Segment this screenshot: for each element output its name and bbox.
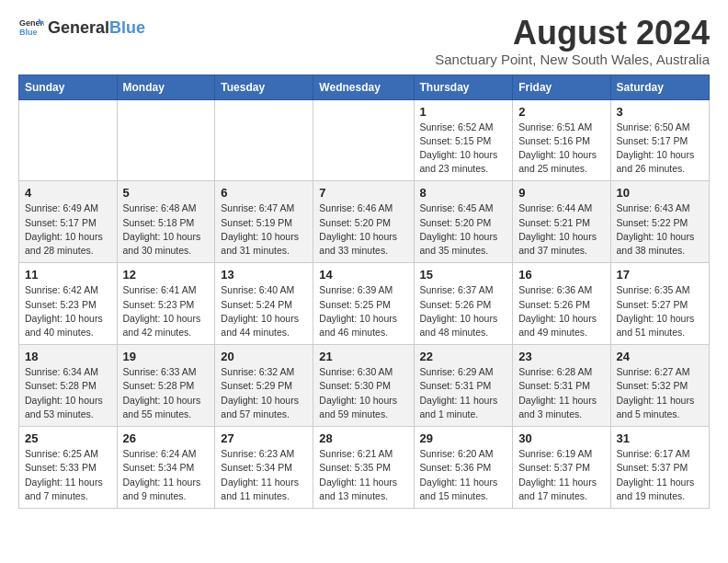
day-number: 12 bbox=[123, 268, 210, 282]
month-year-title: August 2024 bbox=[435, 15, 710, 52]
day-info: Sunrise: 6:51 AM Sunset: 5:16 PM Dayligh… bbox=[518, 121, 604, 177]
title-area: August 2024 Sanctuary Point, New South W… bbox=[435, 15, 710, 67]
day-number: 8 bbox=[420, 186, 507, 200]
day-cell bbox=[117, 99, 215, 181]
day-cell: 20Sunrise: 6:32 AM Sunset: 5:29 PM Dayli… bbox=[215, 345, 313, 427]
day-info: Sunrise: 6:45 AM Sunset: 5:20 PM Dayligh… bbox=[420, 201, 507, 258]
day-number: 29 bbox=[420, 431, 507, 445]
day-info: Sunrise: 6:21 AM Sunset: 5:35 PM Dayligh… bbox=[319, 447, 407, 503]
week-row-5: 25Sunrise: 6:25 AM Sunset: 5:33 PM Dayli… bbox=[19, 427, 710, 509]
page-header: General Blue General Blue August 2024 Sa… bbox=[18, 15, 710, 67]
logo: General Blue General Blue bbox=[18, 15, 145, 40]
day-cell: 27Sunrise: 6:23 AM Sunset: 5:34 PM Dayli… bbox=[215, 427, 313, 509]
day-cell: 15Sunrise: 6:37 AM Sunset: 5:26 PM Dayli… bbox=[414, 263, 513, 345]
day-cell: 8Sunrise: 6:45 AM Sunset: 5:20 PM Daylig… bbox=[414, 181, 513, 263]
day-info: Sunrise: 6:46 AM Sunset: 5:20 PM Dayligh… bbox=[319, 201, 407, 258]
day-info: Sunrise: 6:43 AM Sunset: 5:22 PM Dayligh… bbox=[617, 201, 703, 258]
day-cell bbox=[215, 99, 313, 181]
day-cell: 25Sunrise: 6:25 AM Sunset: 5:33 PM Dayli… bbox=[19, 427, 118, 509]
day-number: 28 bbox=[319, 431, 407, 445]
day-info: Sunrise: 6:32 AM Sunset: 5:29 PM Dayligh… bbox=[221, 365, 307, 421]
day-info: Sunrise: 6:24 AM Sunset: 5:34 PM Dayligh… bbox=[123, 447, 210, 503]
day-cell bbox=[313, 99, 414, 181]
day-number: 16 bbox=[518, 268, 604, 282]
day-cell: 26Sunrise: 6:24 AM Sunset: 5:34 PM Dayli… bbox=[117, 427, 215, 509]
day-info: Sunrise: 6:25 AM Sunset: 5:33 PM Dayligh… bbox=[25, 447, 111, 503]
day-number: 15 bbox=[420, 268, 507, 282]
week-row-1: 1Sunrise: 6:52 AM Sunset: 5:15 PM Daylig… bbox=[19, 99, 710, 181]
day-info: Sunrise: 6:34 AM Sunset: 5:28 PM Dayligh… bbox=[25, 365, 111, 421]
week-row-2: 4Sunrise: 6:49 AM Sunset: 5:17 PM Daylig… bbox=[19, 181, 710, 263]
day-cell: 5Sunrise: 6:48 AM Sunset: 5:18 PM Daylig… bbox=[117, 181, 215, 263]
day-number: 18 bbox=[25, 350, 111, 363]
day-number: 13 bbox=[221, 268, 307, 282]
day-cell: 11Sunrise: 6:42 AM Sunset: 5:23 PM Dayli… bbox=[19, 263, 118, 345]
svg-text:Blue: Blue bbox=[19, 28, 38, 37]
day-info: Sunrise: 6:40 AM Sunset: 5:24 PM Dayligh… bbox=[221, 283, 307, 339]
day-number: 30 bbox=[518, 431, 604, 445]
day-cell: 28Sunrise: 6:21 AM Sunset: 5:35 PM Dayli… bbox=[313, 427, 414, 509]
day-number: 23 bbox=[518, 350, 604, 363]
day-number: 6 bbox=[221, 186, 307, 200]
day-cell: 10Sunrise: 6:43 AM Sunset: 5:22 PM Dayli… bbox=[610, 181, 709, 263]
day-number: 22 bbox=[420, 350, 507, 363]
day-number: 5 bbox=[123, 186, 210, 200]
day-info: Sunrise: 6:41 AM Sunset: 5:23 PM Dayligh… bbox=[123, 283, 210, 339]
day-number: 25 bbox=[25, 431, 111, 445]
day-info: Sunrise: 6:52 AM Sunset: 5:15 PM Dayligh… bbox=[420, 121, 507, 177]
day-cell: 13Sunrise: 6:40 AM Sunset: 5:24 PM Dayli… bbox=[215, 263, 313, 345]
day-info: Sunrise: 6:48 AM Sunset: 5:18 PM Dayligh… bbox=[123, 201, 210, 258]
day-number: 11 bbox=[25, 268, 111, 282]
header-thursday: Thursday bbox=[414, 75, 513, 99]
calendar-header: Sunday Monday Tuesday Wednesday Thursday… bbox=[19, 75, 710, 99]
logo-icon: General Blue bbox=[18, 15, 44, 40]
week-row-4: 18Sunrise: 6:34 AM Sunset: 5:28 PM Dayli… bbox=[19, 345, 710, 427]
day-info: Sunrise: 6:28 AM Sunset: 5:31 PM Dayligh… bbox=[518, 365, 604, 421]
day-cell: 14Sunrise: 6:39 AM Sunset: 5:25 PM Dayli… bbox=[313, 263, 414, 345]
day-number: 24 bbox=[617, 350, 703, 363]
day-cell: 1Sunrise: 6:52 AM Sunset: 5:15 PM Daylig… bbox=[414, 99, 513, 181]
day-cell: 22Sunrise: 6:29 AM Sunset: 5:31 PM Dayli… bbox=[414, 345, 513, 427]
day-info: Sunrise: 6:27 AM Sunset: 5:32 PM Dayligh… bbox=[617, 365, 703, 421]
day-cell: 2Sunrise: 6:51 AM Sunset: 5:16 PM Daylig… bbox=[513, 99, 610, 181]
logo-text-blue: Blue bbox=[109, 18, 145, 38]
header-tuesday: Tuesday bbox=[215, 75, 313, 99]
day-cell bbox=[19, 99, 118, 181]
day-number: 17 bbox=[617, 268, 703, 282]
day-cell: 30Sunrise: 6:19 AM Sunset: 5:37 PM Dayli… bbox=[513, 427, 610, 509]
day-number: 27 bbox=[221, 431, 307, 445]
header-monday: Monday bbox=[117, 75, 215, 99]
day-number: 1 bbox=[420, 105, 507, 119]
day-info: Sunrise: 6:50 AM Sunset: 5:17 PM Dayligh… bbox=[617, 121, 703, 177]
day-cell: 12Sunrise: 6:41 AM Sunset: 5:23 PM Dayli… bbox=[117, 263, 215, 345]
day-number: 14 bbox=[319, 268, 407, 282]
day-info: Sunrise: 6:39 AM Sunset: 5:25 PM Dayligh… bbox=[319, 283, 407, 339]
day-cell: 24Sunrise: 6:27 AM Sunset: 5:32 PM Dayli… bbox=[610, 345, 709, 427]
day-number: 10 bbox=[617, 186, 703, 200]
day-number: 21 bbox=[319, 350, 407, 363]
day-info: Sunrise: 6:23 AM Sunset: 5:34 PM Dayligh… bbox=[221, 447, 307, 503]
day-cell: 21Sunrise: 6:30 AM Sunset: 5:30 PM Dayli… bbox=[313, 345, 414, 427]
day-number: 20 bbox=[221, 350, 307, 363]
day-cell: 16Sunrise: 6:36 AM Sunset: 5:26 PM Dayli… bbox=[513, 263, 610, 345]
logo-text-general: General bbox=[48, 18, 109, 38]
day-cell: 19Sunrise: 6:33 AM Sunset: 5:28 PM Dayli… bbox=[117, 345, 215, 427]
day-info: Sunrise: 6:47 AM Sunset: 5:19 PM Dayligh… bbox=[221, 201, 307, 258]
header-wednesday: Wednesday bbox=[313, 75, 414, 99]
day-number: 31 bbox=[617, 431, 703, 445]
location-subtitle: Sanctuary Point, New South Wales, Austra… bbox=[435, 52, 710, 67]
day-info: Sunrise: 6:42 AM Sunset: 5:23 PM Dayligh… bbox=[25, 283, 111, 339]
day-info: Sunrise: 6:29 AM Sunset: 5:31 PM Dayligh… bbox=[420, 365, 507, 421]
day-info: Sunrise: 6:36 AM Sunset: 5:26 PM Dayligh… bbox=[518, 283, 604, 339]
header-sunday: Sunday bbox=[19, 75, 118, 99]
day-number: 19 bbox=[123, 350, 210, 363]
day-cell: 6Sunrise: 6:47 AM Sunset: 5:19 PM Daylig… bbox=[215, 181, 313, 263]
day-cell: 29Sunrise: 6:20 AM Sunset: 5:36 PM Dayli… bbox=[414, 427, 513, 509]
day-number: 3 bbox=[617, 105, 703, 119]
day-number: 4 bbox=[25, 186, 111, 200]
header-saturday: Saturday bbox=[610, 75, 709, 99]
day-number: 7 bbox=[319, 186, 407, 200]
calendar-table: Sunday Monday Tuesday Wednesday Thursday… bbox=[18, 75, 710, 509]
day-number: 9 bbox=[518, 186, 604, 200]
day-info: Sunrise: 6:49 AM Sunset: 5:17 PM Dayligh… bbox=[25, 201, 111, 258]
